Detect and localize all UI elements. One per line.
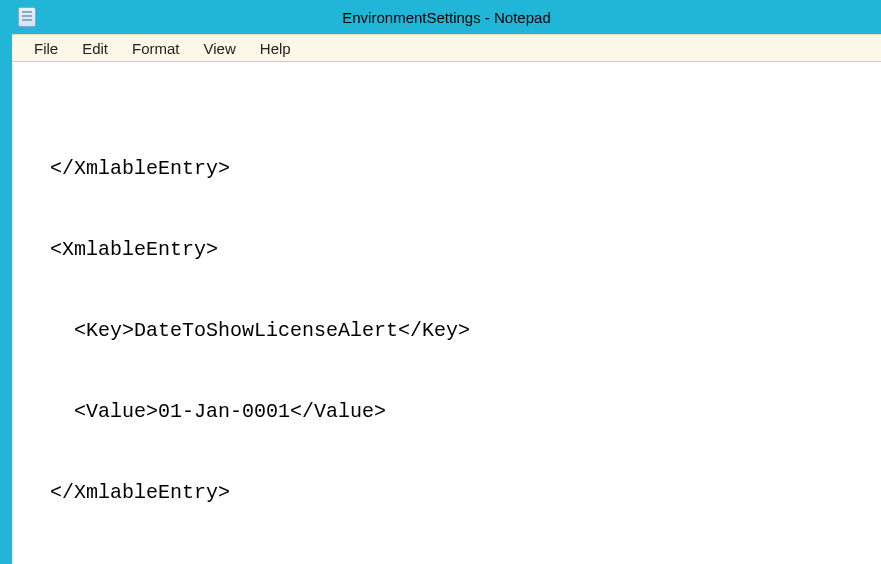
- title-bar[interactable]: EnvironmentSettings - Notepad: [12, 0, 881, 34]
- text-line: </XmlableEntry>: [26, 155, 881, 182]
- text-line: <XmlableEntry>: [26, 560, 881, 564]
- text-line: </XmlableEntry>: [26, 479, 881, 506]
- notepad-window: EnvironmentSettings - Notepad File Edit …: [0, 0, 881, 564]
- text-line: <Key>DateToShowLicenseAlert</Key>: [26, 317, 881, 344]
- menu-bar: File Edit Format View Help: [12, 34, 881, 62]
- gutter-shadow: [12, 62, 14, 564]
- menu-edit[interactable]: Edit: [72, 38, 118, 59]
- text-line: <Value>01-Jan-0001</Value>: [26, 398, 881, 425]
- menu-help[interactable]: Help: [250, 38, 301, 59]
- text-line: <XmlableEntry>: [26, 236, 881, 263]
- text-editor[interactable]: </XmlableEntry> <XmlableEntry> <Key>Date…: [12, 62, 881, 564]
- notepad-icon: [18, 7, 36, 27]
- menu-view[interactable]: View: [194, 38, 246, 59]
- window-title: EnvironmentSettings - Notepad: [342, 9, 550, 26]
- menu-file[interactable]: File: [24, 38, 68, 59]
- menu-format[interactable]: Format: [122, 38, 190, 59]
